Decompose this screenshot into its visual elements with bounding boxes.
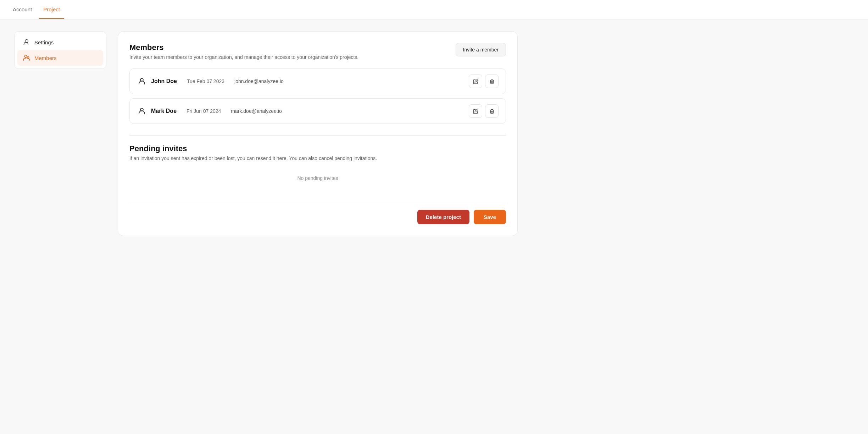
user-icon-mark	[137, 106, 147, 116]
members-title: Members	[129, 43, 358, 52]
member-actions-mark	[469, 104, 499, 118]
member-info-john: John Doe Tue Feb 07 2023 john.doe@analyz…	[137, 76, 284, 86]
pending-description: If an invitation you sent has expired or…	[129, 155, 378, 161]
sidebar-settings-label: Settings	[34, 39, 54, 45]
svg-point-2	[27, 57, 29, 59]
sidebar-item-members[interactable]: Members	[17, 50, 103, 66]
user-icon-john	[137, 76, 147, 86]
section-divider	[129, 135, 506, 136]
edit-button-john[interactable]	[469, 75, 482, 88]
member-date-mark: Fri Jun 07 2024	[187, 108, 221, 114]
member-info-mark: Mark Doe Fri Jun 07 2024 mark.doe@analyz…	[137, 106, 282, 116]
save-button[interactable]: Save	[474, 210, 506, 224]
member-name-john: John Doe	[151, 78, 177, 84]
members-header-text: Members Invite your team members to your…	[129, 43, 358, 60]
tab-project[interactable]: Project	[39, 1, 64, 19]
tab-account[interactable]: Account	[9, 1, 36, 19]
sidebar-card: Settings Members	[14, 31, 106, 69]
settings-icon	[23, 39, 30, 46]
table-row: Mark Doe Fri Jun 07 2024 mark.doe@analyz…	[129, 98, 506, 124]
content-card: Members Invite your team members to your…	[118, 31, 518, 236]
members-description: Invite your team members to your organiz…	[129, 54, 358, 60]
member-list: John Doe Tue Feb 07 2023 john.doe@analyz…	[129, 68, 506, 124]
member-date-john: Tue Feb 07 2023	[187, 78, 224, 84]
member-actions-john	[469, 75, 499, 88]
footer-actions: Delete project Save	[129, 204, 506, 224]
edit-button-mark[interactable]	[469, 104, 482, 118]
svg-point-1	[24, 55, 27, 58]
table-row: John Doe Tue Feb 07 2023 john.doe@analyz…	[129, 68, 506, 94]
no-pending-message: No pending invites	[129, 161, 506, 195]
member-email-john: john.doe@analyzee.io	[234, 78, 284, 84]
pending-title: Pending invites	[129, 144, 506, 153]
page-layout: Settings Members Member	[0, 20, 532, 247]
member-name-mark: Mark Doe	[151, 108, 177, 114]
delete-button-john[interactable]	[485, 75, 499, 88]
members-section-header: Members Invite your team members to your…	[129, 43, 506, 60]
delete-project-button[interactable]: Delete project	[417, 210, 469, 224]
invite-member-button[interactable]: Invite a member	[456, 43, 506, 56]
pending-invites-section: Pending invites If an invitation you sen…	[129, 144, 506, 195]
top-nav: Account Project	[0, 0, 868, 20]
sidebar-item-settings[interactable]: Settings	[17, 34, 103, 50]
main-content: Members Invite your team members to your…	[118, 31, 518, 236]
member-email-mark: mark.doe@analyzee.io	[231, 108, 282, 114]
sidebar: Settings Members	[14, 31, 106, 236]
delete-button-mark[interactable]	[485, 104, 499, 118]
members-icon	[23, 54, 30, 61]
sidebar-members-label: Members	[34, 55, 57, 61]
